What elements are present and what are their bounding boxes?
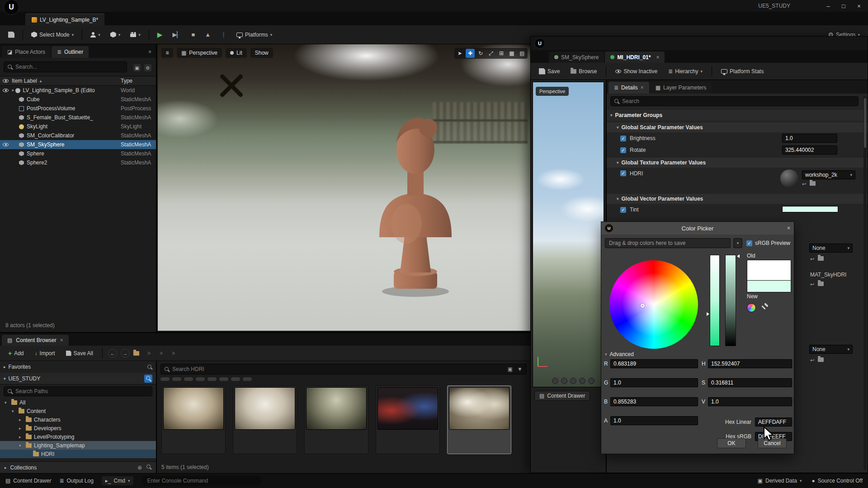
camera-speed-icon[interactable]: ▤ (518, 49, 527, 58)
saturation-bar[interactable] (710, 255, 720, 346)
skip-button[interactable]: ▶▏ (169, 28, 185, 41)
blueprints-dropdown[interactable]: ▾ (107, 28, 124, 41)
srgb-preview-toggle[interactable]: ✓ sRGB Preview (746, 240, 790, 246)
show-inactive-button[interactable]: Show Inactive (612, 65, 661, 78)
panel-close-icon[interactable]: × (148, 49, 156, 58)
mi-browse-button[interactable]: Browse (567, 65, 600, 78)
asset-tab[interactable]: MI_HDRI_01* × (605, 52, 665, 63)
brightness-value-field[interactable]: 1.0 (782, 134, 837, 143)
show-flags-button[interactable]: Show (250, 48, 273, 58)
search-icon[interactable] (147, 365, 152, 370)
hdri-checkbox[interactable]: ✓ (620, 170, 626, 176)
visibility-eye-icon[interactable] (3, 87, 9, 94)
column-item-label[interactable]: Item Label (12, 78, 37, 84)
srgb-checkbox[interactable]: ✓ (746, 240, 752, 246)
filter-chip[interactable] (172, 377, 181, 381)
mi-save-button[interactable]: Save (535, 65, 563, 78)
folder-tree-item[interactable]: ▾ All (0, 398, 156, 407)
add-actor-dropdown[interactable]: ▾ (87, 28, 104, 41)
rotation-snap-icon[interactable]: ▦ (507, 49, 516, 58)
visibility-column-icon[interactable] (3, 79, 9, 83)
color-themes-icon[interactable] (747, 303, 756, 312)
console-command-input[interactable]: Enter Console Command (142, 476, 261, 486)
rotate-value-field[interactable]: 325.440002 (782, 145, 837, 155)
green-value-field[interactable]: 1.0 (610, 378, 698, 387)
red-value-field[interactable]: 0.683189 (610, 359, 698, 368)
tab-place-actors[interactable]: ◪ Place Actors (2, 46, 51, 58)
breadcrumb-item[interactable] (155, 350, 167, 357)
preview-shape-cylinder-icon[interactable] (561, 378, 567, 384)
search-paths-input[interactable]: Search Paths (4, 386, 152, 396)
vector-group-header[interactable]: ▾ Global Vector Parameter Values (607, 194, 868, 204)
folder-tree-item[interactable]: HDRI (0, 450, 156, 458)
path-search-toggle[interactable] (144, 375, 152, 383)
use-selected-asset-icon[interactable]: ↩ (802, 181, 806, 187)
preview-shape-cube-icon[interactable] (579, 378, 585, 384)
back-button[interactable]: ← (108, 349, 117, 358)
breadcrumb-item[interactable] (143, 350, 155, 357)
tab-details[interactable]: ≣ Details × (609, 82, 649, 94)
parent-material-name[interactable]: MAT_SkyHDRI (810, 272, 846, 278)
filter-chip[interactable] (231, 377, 240, 381)
maximize-button[interactable]: □ (839, 3, 848, 9)
select-mode-dropdown[interactable]: Select Mode ▾ (28, 28, 77, 41)
details-scrollbar[interactable] (863, 96, 867, 470)
tint-color-swatch[interactable] (782, 206, 838, 212)
output-log-button[interactable]: ≣ Output Log (59, 478, 93, 484)
asset-tab[interactable]: SM_SkySphere × (549, 52, 604, 63)
expander-icon[interactable]: ▾ (4, 376, 6, 381)
hierarchy-dropdown[interactable]: ≣ Hierarchy ▾ (665, 65, 706, 78)
browse-to-asset-icon[interactable] (818, 256, 824, 262)
move-tool-icon[interactable]: ✚ (466, 49, 475, 58)
saturation-value-field[interactable]: 0.316811 (708, 378, 792, 387)
expander-icon[interactable]: ▾ (19, 443, 24, 448)
table-row[interactable]: ▾ SM_ColorCalibrator StaticMeshA (0, 131, 156, 140)
source-control-button[interactable]: ● Source Control Off (812, 478, 863, 484)
expander-icon[interactable]: ▸ (4, 365, 6, 369)
forward-button[interactable]: → (121, 349, 130, 358)
platform-stats-button[interactable]: Platform Stats (717, 65, 767, 78)
folder-tree-item[interactable]: ▾ Content (0, 407, 156, 415)
breadcrumb-item[interactable] (167, 350, 179, 357)
tab-layer-parameters[interactable]: ▦ Layer Parameters (650, 82, 712, 94)
hdri-texture-dropdown[interactable]: workshop_2k ▾ (802, 170, 855, 179)
grid-snap-icon[interactable]: ⊞ (497, 49, 506, 58)
close-button[interactable]: × (854, 3, 863, 9)
blue-value-field[interactable]: 0.855283 (610, 397, 698, 406)
lit-mode-button[interactable]: Lit (226, 48, 247, 58)
menu-item[interactable] (49, 4, 58, 8)
cmd-dropdown[interactable]: ▸_ Cmd ▾ (102, 476, 134, 485)
menu-item[interactable] (59, 4, 68, 8)
perspective-button[interactable]: ▦ Perspective (177, 48, 222, 58)
visibility-eye-icon[interactable] (3, 141, 9, 148)
brightness-checkbox[interactable]: ✓ (620, 136, 626, 141)
outliner-search-input[interactable]: Search... (4, 61, 127, 72)
value-bar-marker[interactable] (737, 254, 740, 258)
search-icon[interactable] (146, 465, 151, 469)
expander-icon[interactable]: ▸ (19, 418, 24, 422)
preview-shape-plane-icon[interactable] (570, 378, 576, 384)
use-selected-asset-icon[interactable]: ↩ (810, 256, 814, 262)
asset-tile[interactable] (161, 385, 226, 454)
play-button[interactable]: ▶ (154, 28, 166, 41)
tab-outliner[interactable]: ≣ Outliner (52, 46, 89, 58)
use-selected-asset-icon[interactable]: ↩ (810, 282, 814, 287)
browse-to-asset-icon[interactable] (818, 357, 824, 363)
filter-chip[interactable] (196, 377, 205, 381)
save-all-button[interactable]: Save All (62, 347, 97, 360)
cinematics-dropdown[interactable]: ▾ (127, 28, 144, 41)
menu-item[interactable] (571, 42, 580, 45)
tab-close-icon[interactable]: × (656, 54, 659, 61)
rotate-checkbox[interactable]: ✓ (620, 147, 626, 153)
ok-button[interactable]: OK (717, 438, 746, 448)
folder-tree-item[interactable]: ▸ Developers (0, 424, 156, 432)
expander-icon[interactable]: ▾ (12, 88, 14, 93)
texture-asset-dropdown[interactable]: None ▾ (809, 244, 853, 253)
texture-asset-dropdown[interactable]: None ▾ (809, 345, 853, 354)
table-row[interactable]: ▾ Cube StaticMeshA (0, 95, 156, 104)
advanced-section-toggle[interactable]: ▾ Advanced (605, 351, 634, 357)
saved-colors-dropzone[interactable]: Drag & drop colors here to save (605, 238, 731, 248)
filter-icon[interactable]: ▼ (517, 366, 523, 372)
menu-item[interactable] (69, 4, 78, 8)
saturation-bar-marker[interactable] (707, 312, 709, 316)
